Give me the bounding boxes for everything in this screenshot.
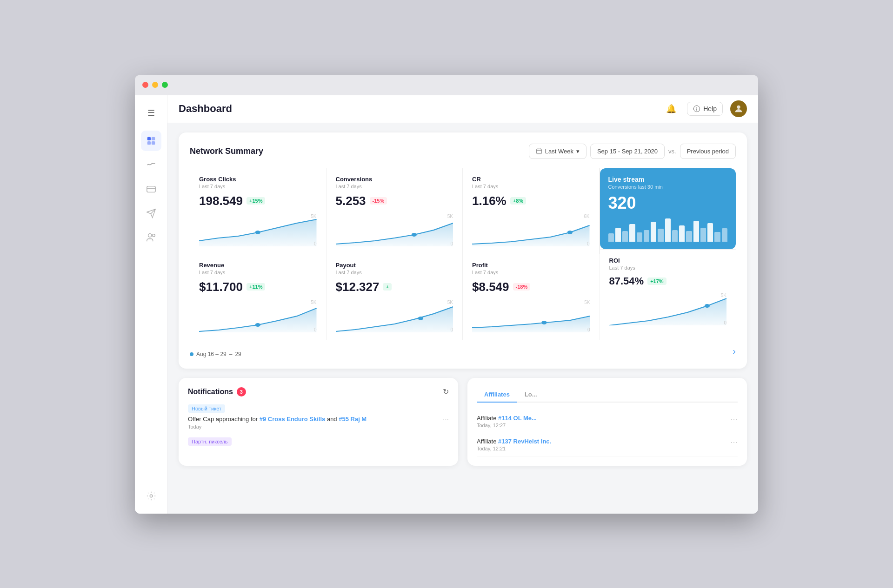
revenue-badge: +11%	[247, 283, 265, 291]
refresh-icon[interactable]: ↻	[443, 387, 449, 396]
svg-point-5	[148, 233, 151, 237]
notifications-bell[interactable]: 🔔	[663, 100, 680, 117]
live-stream-card: Live stream Conversions last 30 min 320	[600, 168, 736, 249]
metric-conversions: Conversions Last 7 days 5.253 -15%	[327, 168, 463, 254]
notifications-title: Notifications	[188, 388, 233, 396]
affiliates-tabs: Affiliates Lo...	[477, 387, 738, 403]
sidebar-item-dashboard[interactable]	[141, 131, 161, 151]
metric-cr: CR Last 7 days 1.16% +8%	[463, 168, 600, 254]
sidebar-item-analytics[interactable]	[141, 155, 161, 175]
right-metrics: Live stream Conversions last 30 min 320	[600, 168, 736, 340]
affiliate-item-1: Affiliate #114 OL Me... Today, 12:27 ⋯	[477, 410, 738, 433]
live-stream-value: 320	[608, 193, 728, 213]
payout-badge: +	[383, 283, 391, 291]
svg-rect-3	[151, 141, 154, 144]
sidebar-item-users[interactable]	[141, 227, 161, 248]
live-stream-chart	[608, 218, 728, 242]
svg-marker-19	[336, 307, 453, 332]
next-period-button[interactable]: ›	[733, 346, 736, 357]
bottom-row: Notifications 3 ↻ Новый тикет Offer Cap …	[179, 378, 747, 466]
conversions-badge: -15%	[370, 197, 387, 205]
minimize-button[interactable]	[152, 82, 158, 88]
close-button[interactable]	[142, 82, 148, 88]
affiliates-card: Affiliates Lo... Affiliate #114 OL Me...…	[467, 378, 747, 466]
metrics-grid: Gross Clicks Last 7 days 198.549 +15%	[190, 168, 600, 340]
sidebar-item-settings[interactable]	[141, 486, 161, 506]
svg-point-6	[152, 234, 155, 237]
cr-badge: +8%	[510, 197, 526, 205]
notification-tag-partner: Партн. пиксель	[188, 437, 232, 446]
svg-point-7	[150, 495, 153, 497]
notification-tag: Новый тикет	[188, 404, 225, 413]
svg-point-12	[255, 231, 260, 234]
user-avatar[interactable]	[730, 100, 747, 117]
svg-point-18	[255, 323, 260, 327]
sidebar-item-campaigns[interactable]	[141, 203, 161, 224]
previous-period-button[interactable]: Previous period	[680, 144, 736, 159]
affiliate-link-1[interactable]: #114 OL Me...	[498, 415, 537, 422]
sidebar: ☰	[135, 95, 167, 514]
svg-rect-10	[537, 149, 542, 154]
metric-payout: Payout Last 7 days $12.327 +	[327, 254, 463, 340]
hamburger-menu[interactable]: ☰	[141, 103, 161, 123]
metric-profit: Profit Last 7 days $8.549 -18%	[463, 254, 600, 340]
svg-point-22	[541, 321, 546, 324]
svg-rect-4	[147, 186, 155, 192]
notification-item: Новый тикет Offer Cap approaching for #9…	[188, 404, 449, 429]
metrics-layout: Gross Clicks Last 7 days 198.549 +15%	[190, 168, 736, 340]
sidebar-item-payments[interactable]	[141, 179, 161, 199]
svg-point-9	[737, 106, 740, 109]
notification-time: Today	[188, 424, 449, 429]
notifications-count: 3	[237, 387, 246, 396]
svg-marker-23	[609, 298, 727, 325]
live-stream-title: Live stream	[608, 176, 728, 183]
last-week-button[interactable]: Last Week ▾	[529, 144, 586, 159]
notification-more-icon[interactable]: ⋯	[443, 416, 449, 423]
date-controls: Last Week ▾ Sep 15 - Sep 21, 2020 vs. Pr…	[529, 144, 736, 159]
profit-badge: -18%	[513, 283, 531, 291]
maximize-button[interactable]	[162, 82, 168, 88]
notification-link-2[interactable]: #55 Raj M	[339, 416, 367, 423]
metric-gross-clicks: Gross Clicks Last 7 days 198.549 +15%	[190, 168, 327, 254]
notification-item-2: Партн. пиксель	[188, 437, 449, 449]
notifications-card: Notifications 3 ↻ Новый тикет Offer Cap …	[179, 378, 458, 466]
affiliate-link-2[interactable]: #137 RevHeist Inc.	[498, 438, 551, 445]
svg-point-14	[411, 233, 416, 237]
page-title: Dashboard	[179, 103, 655, 115]
roi-badge: +17%	[647, 277, 666, 285]
svg-rect-0	[147, 137, 150, 140]
network-summary-card: Network Summary Last Week ▾ Sep 15 - Sep…	[179, 132, 747, 369]
chart-footer: Aug 16 – 29 – 29 ›	[190, 345, 736, 357]
svg-point-20	[418, 317, 423, 320]
date-legend: Aug 16 – 29 – 29	[190, 351, 241, 357]
top-navigation: Dashboard 🔔 Help	[167, 95, 758, 123]
notification-link-1[interactable]: #9 Cross Enduro Skills	[260, 416, 326, 423]
affiliate-more-icon-2[interactable]: ⋯	[730, 438, 738, 447]
svg-point-16	[567, 231, 573, 234]
tab-affiliates[interactable]: Affiliates	[477, 387, 517, 403]
svg-point-24	[704, 304, 709, 308]
date-range-display: Sep 15 - Sep 21, 2020	[590, 144, 665, 159]
gross-clicks-badge: +15%	[247, 197, 265, 205]
svg-rect-1	[151, 137, 154, 140]
help-button[interactable]: Help	[687, 102, 723, 116]
network-summary-title: Network Summary	[190, 146, 263, 156]
metric-revenue: Revenue Last 7 days $11.700 +11%	[190, 254, 327, 340]
live-stream-subtitle: Conversions last 30 min	[608, 184, 728, 190]
vs-label: vs.	[668, 148, 676, 155]
svg-rect-2	[147, 141, 150, 144]
tab-lo[interactable]: Lo...	[517, 387, 545, 403]
affiliate-more-icon-1[interactable]: ⋯	[730, 415, 738, 423]
svg-marker-17	[199, 308, 317, 332]
affiliate-item-2: Affiliate #137 RevHeist Inc. Today, 12:2…	[477, 433, 738, 456]
browser-titlebar	[135, 75, 758, 95]
metric-roi: ROI Last 7 days 87.54% +17%	[600, 249, 736, 340]
